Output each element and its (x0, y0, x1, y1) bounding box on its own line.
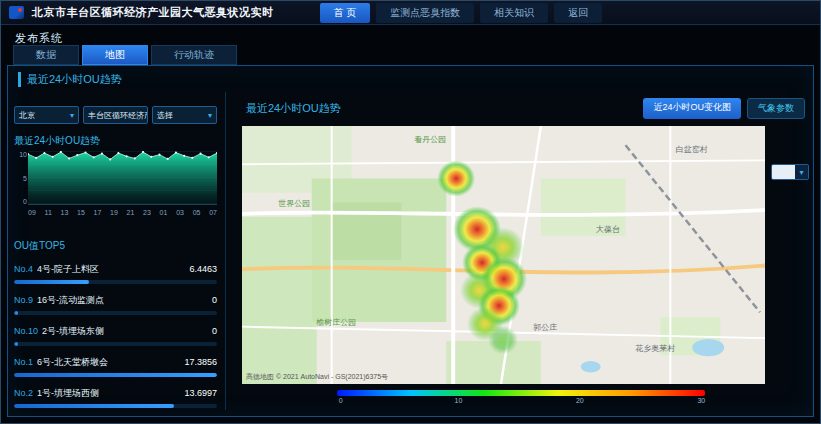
x-tick: 05 (193, 209, 201, 216)
x-tick: 11 (45, 209, 52, 216)
city-select-value: 北京 (19, 110, 35, 121)
main-panel: 最近24小时OU趋势 北京 ▾ 丰台区循环经济产 ▾ 选择 ▾ 最近24小时OU… (7, 65, 814, 417)
progress-track (14, 373, 217, 377)
top5-row: No.10 2号-填埋场东侧 0 (14, 325, 217, 346)
tab-data[interactable]: 数据 (13, 45, 79, 65)
map-label: 世界公园 (278, 198, 310, 209)
district-select-value: 丰台区循环经济产 (88, 110, 148, 121)
chevron-down-icon: ▾ (70, 111, 74, 120)
map-canvas (242, 126, 765, 384)
app-header: 北京市丰台区循环经济产业园大气恶臭状况实时 首 页 监测点恶臭指数 相关知识 返… (1, 1, 820, 25)
chevron-down-icon: ▾ (795, 165, 808, 179)
top5-row: No.9 16号-流动监测点 0 (14, 294, 217, 315)
x-tick: 09 (28, 209, 36, 216)
x-tick: 19 (110, 209, 118, 216)
x-tick: 21 (127, 209, 135, 216)
site-name: 6号-北天堂桥墩会 (37, 356, 180, 369)
trend-chart-title: 最近24小时OU趋势 (14, 134, 217, 148)
chevron-down-icon: ▾ (208, 111, 212, 120)
map-label: 榆树庄公园 (316, 317, 356, 328)
nav-home[interactable]: 首 页 (320, 3, 371, 23)
district-select[interactable]: 丰台区循环经济产 ▾ (83, 106, 148, 124)
legend-tick: 20 (576, 397, 584, 404)
site-name: 4号-院子上料区 (37, 263, 185, 276)
rank-label: No.10 (14, 326, 38, 336)
ou-value: 13.6997 (184, 388, 217, 398)
publish-system-label: 发布系统 (15, 31, 63, 46)
x-tick: 03 (176, 209, 184, 216)
top5-bar-fill (14, 373, 217, 377)
legend-tick: 0 (339, 397, 343, 404)
rank-label: No.4 (14, 264, 33, 274)
map-label: 大葆台 (596, 224, 620, 235)
nav-odor-index[interactable]: 监测点恶臭指数 (376, 3, 474, 23)
top5-bar-fill (14, 342, 18, 346)
weather-params-button[interactable]: 气象参数 (747, 98, 805, 119)
y-tick: 5 (14, 175, 27, 182)
progress-track (14, 311, 217, 315)
progress-track (14, 342, 217, 346)
x-tick: 07 (209, 209, 217, 216)
top5-row: No.1 6号-北天堂桥墩会 17.3856 (14, 356, 217, 377)
ou-value: 17.3856 (184, 357, 217, 367)
ou-trend-chart: 10 5 0 091113 (14, 151, 217, 227)
left-panel: 北京 ▾ 丰台区循环经济产 ▾ 选择 ▾ 最近24小时OU趋势 10 5 0 (14, 92, 226, 410)
x-tick: 17 (94, 209, 102, 216)
main-nav: 首 页 监测点恶臭指数 相关知识 返回 (320, 3, 603, 23)
site-select-value: 选择 (157, 110, 173, 121)
y-tick: 10 (14, 151, 27, 158)
ou-value: 0 (212, 326, 217, 336)
heatmap-legend: 0 10 20 30 (337, 390, 705, 406)
ou-value: 0 (212, 295, 217, 305)
x-tick: 15 (77, 209, 85, 216)
top5-bar-fill (14, 280, 89, 284)
site-name: 1号-填埋场西侧 (37, 387, 180, 400)
city-select[interactable]: 北京 ▾ (14, 106, 79, 124)
progress-track (14, 280, 217, 284)
view-tabs: 数据 地图 行动轨迹 (13, 45, 237, 65)
x-tick: 01 (160, 209, 168, 216)
x-tick: 23 (143, 209, 151, 216)
map-label: 白盆窑村 (676, 144, 708, 155)
trend-x-labels: 091113151719212301030507 (28, 209, 217, 216)
map-period-select[interactable]: ▾ (771, 164, 809, 180)
site-name: 2号-填埋场东侧 (42, 325, 208, 338)
map-label: 花乡奥莱村 (635, 342, 675, 353)
y-tick: 0 (14, 198, 27, 205)
legend-tick: 10 (455, 397, 463, 404)
top5-row: No.2 1号-填埋场西侧 13.6997 (14, 387, 217, 408)
site-select[interactable]: 选择 ▾ (152, 106, 217, 124)
map-panel-header: 最近24小时OU趋势 近24小时OU变化图 气象参数 (232, 92, 813, 119)
top5-row: No.4 4号-院子上料区 6.4463 (14, 263, 217, 284)
rank-label: No.2 (14, 388, 33, 398)
nav-knowledge[interactable]: 相关知识 (480, 3, 548, 23)
legend-tick: 30 (697, 397, 705, 404)
rank-label: No.1 (14, 357, 33, 367)
top5-title: OU值TOP5 (14, 239, 217, 253)
map-period-value (772, 165, 795, 179)
heatmap-map[interactable]: 看丹公园 世界公园 大葆台 白盆窑村 郭公庄 花乡奥莱村 榆树庄公园 高德地图 … (242, 126, 765, 384)
progress-track (14, 404, 217, 408)
map-label: 看丹公园 (414, 133, 446, 144)
x-tick: 13 (61, 209, 69, 216)
right-panel: 最近24小时OU趋势 近24小时OU变化图 气象参数 (232, 92, 813, 410)
tab-trajectory[interactable]: 行动轨迹 (151, 45, 237, 65)
tab-map[interactable]: 地图 (82, 45, 148, 65)
trend-y-axis: 10 5 0 (14, 151, 27, 205)
site-name: 16号-流动监测点 (37, 294, 208, 307)
nav-back[interactable]: 返回 (554, 3, 602, 23)
map-attribution: 高德地图 © 2021 AutoNavi - GS(2021)6375号 (246, 372, 388, 382)
trend-plot-area (28, 151, 217, 205)
app-title: 北京市丰台区循环经济产业园大气恶臭状况实时 (32, 5, 274, 20)
rank-label: No.9 (14, 295, 33, 305)
app-logo-icon (9, 6, 24, 19)
map-label: 郭公庄 (533, 322, 557, 333)
ou-value: 6.4463 (189, 264, 217, 274)
top5-bar-fill (14, 404, 174, 408)
section-title: 最近24小时OU趋势 (18, 72, 122, 87)
top5-bar-fill (14, 311, 18, 315)
filter-selects: 北京 ▾ 丰台区循环经济产 ▾ 选择 ▾ (14, 106, 217, 124)
map-panel-title: 最近24小时OU趋势 (246, 101, 341, 116)
ou-change-map-button[interactable]: 近24小时OU变化图 (643, 98, 741, 119)
